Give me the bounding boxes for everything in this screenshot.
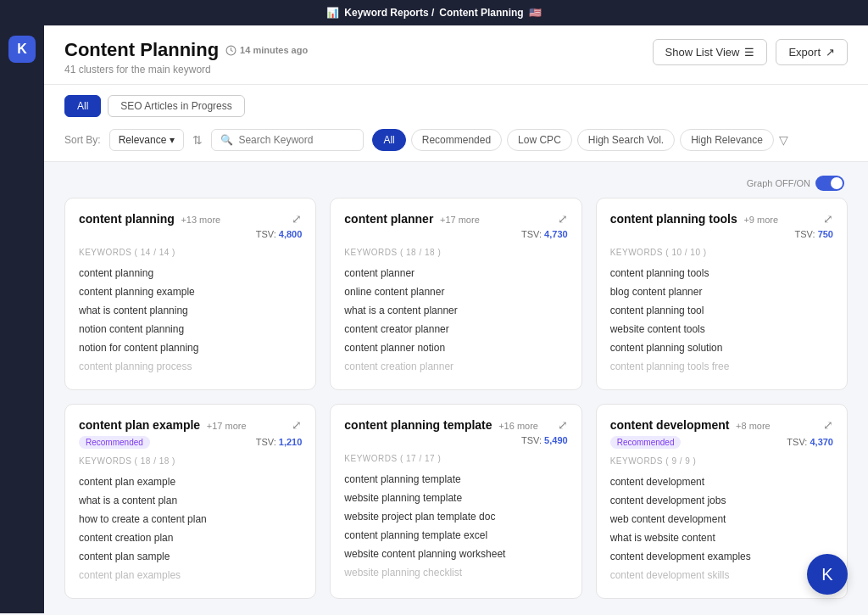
page-title: Content Planning 14 minutes ago: [64, 39, 308, 61]
keyword-item: content planning solution: [610, 338, 833, 357]
keyword-item: content planner: [344, 264, 567, 282]
sort-select[interactable]: Relevance ▾: [109, 129, 185, 151]
header-actions: Show List View ☰ Export ↗: [653, 39, 849, 65]
keyword-item: what is content planning: [79, 301, 302, 320]
graph-toggle-row: Graph OFF/ON: [64, 176, 848, 191]
card-header: content development +8 more ⤢: [610, 418, 833, 432]
top-bar: 📊 Keyword Reports / Content Planning 🇺🇸: [0, 0, 868, 25]
keyword-list: content plan examplewhat is a content pl…: [79, 472, 302, 584]
keyword-item: what is a content planner: [344, 301, 567, 320]
main-content: Content Planning 14 minutes ago 41 clust…: [44, 25, 868, 613]
keyword-item: content planning: [79, 264, 302, 282]
keyword-item: notion content planning: [79, 320, 302, 338]
tsv-badge: TSV: 1,210: [256, 437, 303, 447]
keyword-item: website project plan template doc: [344, 507, 567, 526]
filter-high-relevance[interactable]: High Relevance: [680, 129, 774, 151]
filter-tabs: All SEO Articles in Progress: [64, 95, 848, 117]
search-box[interactable]: 🔍: [211, 129, 364, 151]
tab-all[interactable]: All: [64, 95, 101, 117]
keyword-list: content planneronline content plannerwha…: [344, 264, 567, 376]
filter-icon[interactable]: ⇅: [192, 133, 203, 147]
keyword-item: content planning tools free: [610, 357, 833, 376]
keywords-count: KEYWORDS ( 17 / 17 ): [344, 454, 567, 463]
top-bar-icon: 📊: [326, 7, 339, 19]
graph-toggle[interactable]: Graph OFF/ON: [747, 176, 844, 191]
keyword-item: content creation plan: [79, 528, 302, 547]
expand-icon[interactable]: ⤢: [558, 418, 568, 432]
chevron-down-icon: ▾: [170, 134, 175, 146]
search-input[interactable]: [238, 134, 348, 146]
card-header: content planner +17 more ⤢: [344, 212, 567, 226]
tab-seo-articles[interactable]: SEO Articles in Progress: [108, 95, 244, 117]
recommended-wrapper: Recommended: [79, 435, 150, 448]
card-badges: TSV: 5,490: [344, 435, 567, 445]
header-left: Content Planning 14 minutes ago 41 clust…: [64, 39, 308, 75]
cluster-count: 41 clusters for the main keyword: [64, 64, 308, 75]
recommended-badge: Recommended: [79, 436, 150, 449]
expand-icon[interactable]: ⤢: [292, 418, 302, 432]
flag-icon: 🇺🇸: [529, 7, 542, 19]
card-badges: TSV: 4,730: [344, 229, 567, 239]
keyword-item: website planning template: [344, 489, 567, 507]
search-row: Sort By: Relevance ▾ ⇅ 🔍 All Recommended…: [64, 129, 848, 151]
expand-icon[interactable]: ⤢: [823, 418, 833, 432]
card-title: content planning tools +9 more: [610, 212, 778, 226]
keyword-card-1: content planner +17 more ⤢ TSV: 4,730 KE…: [330, 198, 581, 390]
keyword-list: content planning toolsblog content plann…: [610, 264, 833, 376]
header-meta: 14 minutes ago: [225, 45, 308, 56]
keywords-count: KEYWORDS ( 14 / 14 ): [79, 248, 302, 257]
keyword-item: content development: [610, 472, 833, 491]
expand-icon[interactable]: ⤢: [823, 212, 833, 226]
card-badges: TSV: 4,800: [79, 229, 302, 239]
keyword-card-0: content planning +13 more ⤢ TSV: 4,800 K…: [64, 198, 316, 390]
keyword-card-2: content planning tools +9 more ⤢ TSV: 75…: [596, 198, 848, 390]
keyword-item: what is a content plan: [79, 491, 302, 510]
keywords-count: KEYWORDS ( 9 / 9 ): [610, 456, 833, 466]
keyword-item: content planning template: [344, 470, 567, 489]
expand-icon[interactable]: ⤢: [558, 212, 568, 226]
card-title: content development +8 more: [610, 418, 771, 432]
card-header: content plan example +17 more ⤢: [79, 418, 302, 432]
card-title: content planning +13 more: [79, 212, 220, 226]
tsv-badge: TSV: 4,800: [256, 229, 303, 239]
keyword-item: content planning tool: [610, 301, 833, 320]
cards-grid: content planning +13 more ⤢ TSV: 4,800 K…: [64, 198, 848, 599]
keyword-item: how to create a content plan: [79, 510, 302, 528]
expand-icon[interactable]: ⤢: [292, 212, 302, 226]
card-badges: TSV: 750: [610, 229, 833, 239]
header: Content Planning 14 minutes ago 41 clust…: [44, 25, 868, 85]
keyword-card-4: content planning template +16 more ⤢ TSV…: [330, 404, 581, 599]
breadcrumb-reports: Keyword Reports /: [344, 7, 434, 19]
filter-low-cpc[interactable]: Low CPC: [507, 129, 572, 151]
advanced-filter-icon[interactable]: ▽: [779, 133, 788, 147]
keyword-item: content planning template excel: [344, 526, 567, 545]
keyword-list: content planning templatewebsite plannin…: [344, 470, 567, 582]
keyword-item: content development jobs: [610, 491, 833, 510]
keywords-count: KEYWORDS ( 18 / 18 ): [79, 456, 302, 466]
fab-button[interactable]: K: [807, 554, 848, 595]
card-header: content planning template +16 more ⤢: [344, 418, 567, 432]
cards-area: Graph OFF/ON content planning +13 more ⤢…: [44, 162, 868, 612]
recommended-badge: Recommended: [610, 436, 682, 449]
keyword-item: content development examples: [610, 547, 833, 566]
filter-high-search-vol[interactable]: High Search Vol.: [577, 129, 675, 151]
keyword-item: content creation planner: [344, 357, 567, 376]
card-badges: Recommended TSV: 4,370: [610, 435, 833, 448]
filter-all[interactable]: All: [372, 129, 405, 151]
keyword-item: content development skills: [610, 566, 833, 584]
keywords-count: KEYWORDS ( 10 / 10 ): [610, 248, 833, 257]
search-icon: 🔍: [220, 134, 233, 146]
recommended-wrapper: Recommended: [610, 435, 682, 448]
keyword-item: what is website content: [610, 528, 833, 547]
filter-recommended[interactable]: Recommended: [411, 129, 502, 151]
keyword-item: content planning tools: [610, 264, 833, 282]
quick-filters: All Recommended Low CPC High Search Vol.…: [372, 129, 788, 151]
export-icon: ↗: [826, 46, 835, 59]
keywords-count: KEYWORDS ( 18 / 18 ): [344, 248, 567, 257]
keyword-item: content plan examples: [79, 566, 302, 584]
card-title: content planner +17 more: [344, 212, 479, 226]
toggle-switch[interactable]: [815, 176, 844, 191]
sidebar: K: [0, 25, 44, 613]
show-list-button[interactable]: Show List View ☰: [653, 39, 768, 65]
export-button[interactable]: Export ↗: [776, 39, 848, 65]
